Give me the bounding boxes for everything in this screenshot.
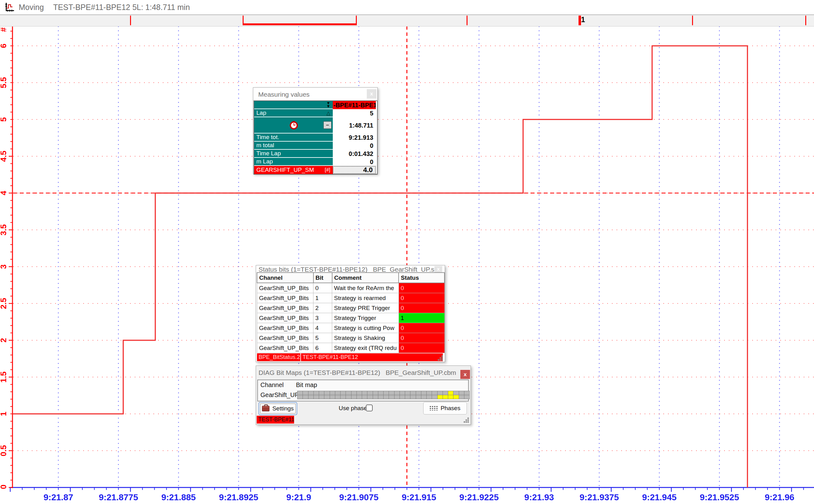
bit-cell[interactable] [373, 391, 378, 395]
column-header-status[interactable]: Status [399, 273, 444, 283]
bit-cell[interactable] [373, 395, 378, 399]
y-tick-label: 2.5 [0, 298, 8, 309]
bit-cell[interactable] [405, 395, 410, 399]
bit-cell[interactable] [351, 391, 357, 395]
ruler-selection-end[interactable] [356, 16, 357, 25]
bit-cell[interactable] [378, 395, 384, 399]
bit-cell[interactable] [453, 391, 459, 395]
bit-cell[interactable] [394, 395, 400, 399]
overview-ruler[interactable]: 1 [0, 14, 814, 27]
bit-cell[interactable] [432, 395, 437, 399]
bit-cell[interactable] [416, 391, 421, 395]
bit-cell[interactable] [448, 391, 453, 395]
bit-cell[interactable] [297, 395, 303, 399]
bit-cell[interactable] [324, 395, 330, 399]
column-header-bit[interactable]: Bit [313, 273, 332, 283]
bit-cell[interactable] [448, 395, 453, 399]
double-chevron-down-icon[interactable]: ▼▼ [326, 102, 330, 108]
status-footer-left[interactable]: BPE_BitStatus.22 [257, 353, 300, 361]
bit-cell[interactable] [367, 391, 373, 395]
settings-button[interactable]: Settings [259, 402, 297, 415]
close-icon[interactable]: x [460, 370, 470, 379]
bit-cell[interactable] [400, 395, 405, 399]
triangle-icon[interactable]: △ [327, 110, 330, 116]
bit-cell[interactable] [362, 391, 367, 395]
bit-cell[interactable] [459, 391, 464, 395]
bit-cell[interactable] [432, 391, 437, 395]
ruler-mark[interactable] [692, 16, 693, 25]
ruler-selection-bar[interactable] [243, 23, 356, 25]
bit-cell[interactable] [319, 391, 324, 395]
bit-cell[interactable] [346, 391, 351, 395]
phases-button[interactable]: Phases [423, 402, 467, 414]
bit-cell[interactable] [324, 391, 330, 395]
ruler-mark[interactable] [130, 16, 131, 25]
bit-cell[interactable] [410, 395, 416, 399]
channel-cell: GearShift_UP_Bits [257, 313, 313, 323]
bit-cell[interactable] [443, 395, 448, 399]
bit-cell[interactable] [443, 391, 448, 395]
bit-cell[interactable] [308, 391, 314, 395]
bit-cell[interactable] [308, 395, 314, 399]
resize-grip[interactable] [463, 417, 469, 423]
bit-cell[interactable] [378, 391, 384, 395]
bit-map-grid[interactable] [297, 391, 469, 399]
measuring-row-label: Time Lap [256, 150, 281, 157]
bit-cell[interactable] [464, 391, 470, 395]
bit-cell[interactable] [416, 395, 421, 399]
bit-cell[interactable] [297, 391, 303, 395]
bit-cell[interactable] [303, 395, 308, 399]
bit-cell[interactable] [340, 391, 346, 395]
close-icon[interactable]: x [434, 266, 442, 272]
bit-cell[interactable] [405, 391, 410, 395]
bit-cell[interactable] [437, 391, 443, 395]
bit-cell[interactable] [335, 391, 341, 395]
measuring-values-window[interactable]: Measuring values x ▼▼-BPE#11-BPE12Lap△5−… [253, 87, 378, 174]
ruler-cursor-mark[interactable] [579, 16, 581, 25]
bit-cell[interactable] [410, 391, 416, 395]
column-header-channel[interactable]: Channel [257, 273, 313, 283]
bit-cell[interactable] [426, 395, 432, 399]
gear-step-chart[interactable]: 9:21.879:21.87759:21.8859:21.89259:21.99… [0, 0, 814, 504]
diag-footer[interactable]: TEST-BPE#11-BPE12 [257, 416, 294, 424]
bit-cell[interactable] [453, 395, 459, 399]
bit-cell[interactable] [330, 391, 335, 395]
status-footer-right[interactable]: TEST-BPE#11-BPE12 [301, 353, 443, 361]
bit-cell[interactable] [421, 391, 427, 395]
bit-cell[interactable] [400, 391, 405, 395]
bit-cell[interactable] [356, 391, 362, 395]
bit-cell[interactable] [383, 391, 389, 395]
bit-cell[interactable] [383, 395, 389, 399]
bit-cell[interactable] [356, 395, 362, 399]
close-icon[interactable]: x [367, 89, 376, 99]
bit-cell[interactable] [346, 395, 351, 399]
bit-cell[interactable] [319, 395, 324, 399]
bit-cell[interactable] [335, 395, 341, 399]
ruler-mark[interactable] [467, 16, 468, 25]
bit-cell[interactable] [313, 391, 319, 395]
ruler-mark[interactable] [805, 16, 806, 25]
bit-cell[interactable] [340, 395, 346, 399]
status-bits-window[interactable]: Status bits (1=TEST-BPE#11-BPE12) BPE_Ge… [256, 265, 445, 362]
bit-cell[interactable] [426, 391, 432, 395]
clock-icon[interactable] [289, 120, 298, 130]
bit-cell[interactable] [313, 395, 319, 399]
bit-cell[interactable] [351, 395, 357, 399]
bit-cell: 6 [313, 343, 332, 353]
bit-cell[interactable] [303, 391, 308, 395]
collapse-minus-button[interactable]: − [323, 121, 332, 129]
diag-bit-maps-window[interactable]: DIAG Bit Maps (1=TEST-BPE#11-BPE12) BPE_… [256, 366, 471, 425]
bit-cell[interactable] [394, 391, 400, 395]
bit-cell[interactable] [389, 395, 394, 399]
bit-cell[interactable] [421, 395, 427, 399]
bit-cell[interactable] [389, 391, 394, 395]
bit-cell[interactable] [362, 395, 367, 399]
bit-cell[interactable] [367, 395, 373, 399]
bit-cell[interactable] [464, 395, 470, 399]
bit-cell[interactable] [459, 395, 464, 399]
bit-cell[interactable] [437, 395, 443, 399]
bit-cell[interactable] [330, 395, 335, 399]
resize-grip[interactable] [438, 355, 443, 361]
use-phases-checkbox[interactable] [366, 405, 373, 411]
column-header-comment[interactable]: Comment [332, 273, 399, 283]
